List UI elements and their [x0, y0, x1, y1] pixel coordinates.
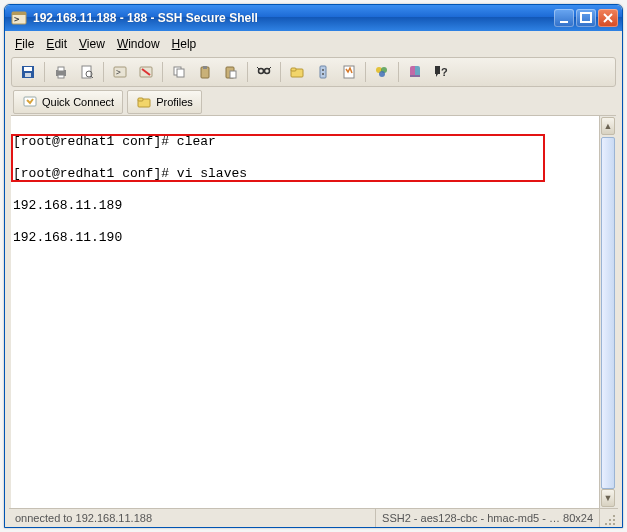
- paste-selection-button[interactable]: [219, 60, 243, 84]
- quick-connect-button[interactable]: Quick Connect: [13, 90, 123, 114]
- svg-rect-11: [58, 67, 64, 71]
- log-session-button[interactable]: [337, 60, 361, 84]
- app-icon: >: [11, 10, 27, 26]
- window-body: File Edit View Window Help >: [9, 31, 618, 509]
- toolbar-separator: [162, 62, 163, 82]
- terminal-line: [root@redhat1 conf]# clear: [13, 134, 597, 150]
- profile-bar: Quick Connect Profiles: [11, 89, 616, 115]
- shell-prompt: [root@redhat1 conf]#: [13, 166, 177, 181]
- svg-rect-25: [230, 71, 236, 78]
- print-preview-button[interactable]: [75, 60, 99, 84]
- folder-icon: [136, 94, 152, 110]
- menu-window-label: indow: [128, 37, 159, 51]
- chevron-down-icon: ▼: [604, 493, 613, 503]
- svg-rect-4: [581, 13, 591, 22]
- window-controls: [554, 9, 618, 27]
- tool-bar: > ?: [11, 57, 616, 87]
- vertical-scrollbar[interactable]: ▲ ▼: [599, 116, 616, 508]
- menu-help[interactable]: Help: [172, 37, 197, 51]
- toolbar-separator: [365, 62, 366, 82]
- settings-button[interactable]: [311, 60, 335, 84]
- quick-connect-icon: [22, 94, 38, 110]
- svg-point-26: [259, 69, 264, 74]
- profiles-button[interactable]: Profiles: [127, 90, 202, 114]
- menu-file-label: ile: [22, 37, 34, 51]
- svg-point-27: [265, 69, 270, 74]
- svg-point-48: [605, 523, 607, 525]
- svg-rect-9: [25, 73, 31, 77]
- toolbar-separator: [247, 62, 248, 82]
- scroll-track[interactable]: [601, 137, 615, 487]
- toolbar-separator: [103, 62, 104, 82]
- status-cipher: SSH2 - aes128-cbc - hmac-md5 - … 80x24: [376, 509, 600, 527]
- svg-rect-33: [320, 66, 326, 78]
- svg-rect-12: [58, 75, 64, 78]
- save-button[interactable]: [16, 60, 40, 84]
- svg-rect-3: [560, 21, 568, 23]
- scroll-thumb[interactable]: [601, 137, 615, 489]
- svg-point-34: [322, 69, 324, 71]
- colors-button[interactable]: [370, 60, 394, 84]
- disconnect-button[interactable]: [134, 60, 158, 84]
- terminal-line: 192.168.11.189: [13, 198, 597, 214]
- title-bar[interactable]: > 192.168.11.188 - 188 - SSH Secure Shel…: [5, 5, 622, 31]
- status-connection: onnected to 192.168.11.188: [9, 509, 376, 527]
- menu-window[interactable]: Window: [117, 37, 160, 51]
- app-window: > 192.168.11.188 - 188 - SSH Secure Shel…: [4, 4, 623, 528]
- new-file-transfer-button[interactable]: [285, 60, 309, 84]
- paste-button[interactable]: [193, 60, 217, 84]
- svg-rect-21: [177, 69, 184, 77]
- scroll-down-button[interactable]: ▼: [601, 489, 615, 507]
- svg-point-45: [613, 515, 615, 517]
- terminal-line: 192.168.11.190: [13, 230, 597, 246]
- menu-view[interactable]: View: [79, 37, 105, 51]
- svg-text:?: ?: [441, 66, 448, 78]
- window-title: 192.168.11.188 - 188 - SSH Secure Shell: [33, 11, 554, 25]
- svg-text:>: >: [14, 14, 20, 24]
- svg-rect-23: [203, 66, 207, 69]
- status-bar: onnected to 192.168.11.188 SSH2 - aes128…: [9, 508, 618, 527]
- new-terminal-button[interactable]: >: [108, 60, 132, 84]
- terminal-container: [root@redhat1 conf]# clear [root@redhat1…: [11, 115, 616, 509]
- whats-this-button[interactable]: ?: [429, 60, 453, 84]
- svg-point-35: [322, 73, 324, 75]
- menu-view-label: iew: [87, 37, 105, 51]
- svg-rect-44: [138, 98, 143, 101]
- menu-file[interactable]: File: [15, 37, 34, 51]
- svg-point-50: [613, 523, 615, 525]
- copy-button[interactable]: [167, 60, 191, 84]
- svg-point-46: [609, 519, 611, 521]
- shell-prompt: [root@redhat1 conf]#: [13, 134, 177, 149]
- resize-grip-icon[interactable]: [600, 510, 618, 526]
- minimize-button[interactable]: [554, 9, 574, 27]
- svg-rect-32: [291, 68, 296, 71]
- shell-command: clear: [177, 134, 216, 149]
- help-contents-button[interactable]: [403, 60, 427, 84]
- menu-edit[interactable]: Edit: [46, 37, 67, 51]
- chevron-up-icon: ▲: [604, 121, 613, 131]
- close-button[interactable]: [598, 9, 618, 27]
- quick-connect-label: Quick Connect: [42, 96, 114, 108]
- find-button[interactable]: [252, 60, 276, 84]
- profiles-label: Profiles: [156, 96, 193, 108]
- svg-rect-8: [24, 67, 32, 71]
- toolbar-separator: [398, 62, 399, 82]
- svg-point-49: [609, 523, 611, 525]
- terminal-line: [root@redhat1 conf]# vi slaves: [13, 166, 597, 182]
- toolbar-separator: [44, 62, 45, 82]
- svg-rect-40: [410, 75, 420, 77]
- print-button[interactable]: [49, 60, 73, 84]
- menu-bar: File Edit View Window Help: [9, 31, 618, 55]
- menu-edit-label: dit: [54, 37, 67, 51]
- shell-command: vi slaves: [177, 166, 247, 181]
- svg-point-39: [379, 71, 385, 77]
- menu-help-label: elp: [180, 37, 196, 51]
- svg-line-30: [269, 67, 271, 69]
- svg-text:>: >: [116, 68, 121, 77]
- scroll-up-button[interactable]: ▲: [601, 117, 615, 135]
- maximize-button[interactable]: [576, 9, 596, 27]
- toolbar-separator: [280, 62, 281, 82]
- terminal-output[interactable]: [root@redhat1 conf]# clear [root@redhat1…: [11, 116, 599, 508]
- svg-point-47: [613, 519, 615, 521]
- svg-line-29: [257, 67, 259, 69]
